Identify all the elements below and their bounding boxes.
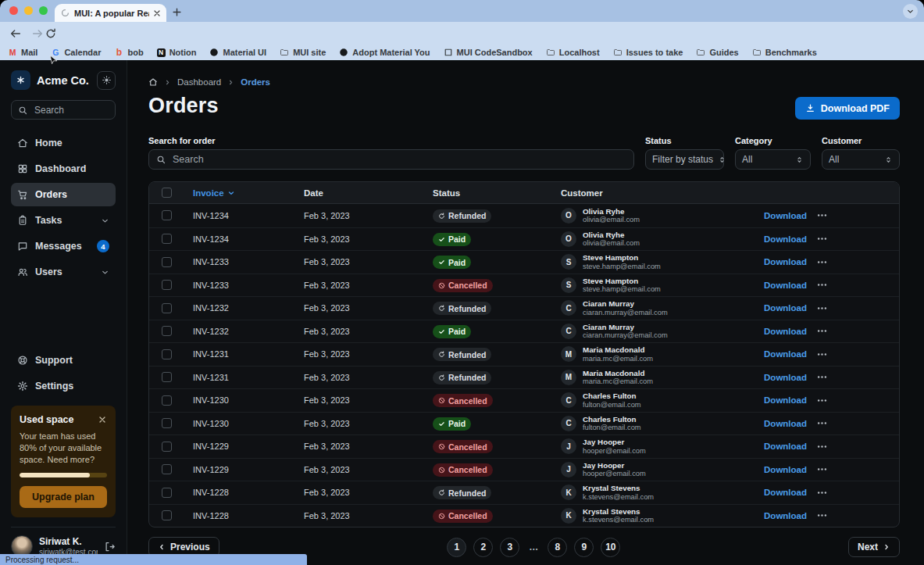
sidebar-item-orders[interactable]: Orders bbox=[11, 183, 116, 206]
row-menu-button[interactable] bbox=[807, 325, 899, 337]
download-link[interactable]: Download bbox=[755, 349, 807, 359]
bookmark-mui-codesandbox[interactable]: MUI CodeSandbox bbox=[444, 48, 533, 57]
order-search-input[interactable] bbox=[171, 153, 626, 166]
bookmark-material-ui[interactable]: Material UI bbox=[209, 48, 266, 57]
row-checkbox[interactable] bbox=[162, 234, 172, 244]
row-checkbox[interactable] bbox=[162, 488, 172, 498]
reload-icon[interactable] bbox=[45, 27, 57, 40]
sidebar-item-support[interactable]: Support bbox=[11, 349, 116, 372]
download-link[interactable]: Download bbox=[755, 465, 807, 474]
bookmark-mail[interactable]: MMail bbox=[8, 48, 37, 57]
bookmark-benchmarks[interactable]: Benchmarks bbox=[752, 48, 817, 57]
bookmark-bob[interactable]: bbob bbox=[114, 48, 143, 57]
page-button-3[interactable]: 3 bbox=[500, 538, 519, 557]
select-all-checkbox[interactable] bbox=[162, 188, 172, 198]
row-checkbox[interactable] bbox=[162, 510, 172, 520]
download-link[interactable]: Download bbox=[755, 303, 807, 313]
bookmark-notion[interactable]: NNotion bbox=[157, 48, 197, 57]
row-menu-button[interactable] bbox=[807, 233, 899, 245]
category-filter-select[interactable]: All bbox=[735, 149, 811, 170]
row-checkbox[interactable] bbox=[162, 257, 172, 267]
sidebar-item-home[interactable]: Home bbox=[11, 131, 116, 155]
row-menu-button[interactable] bbox=[807, 463, 899, 475]
sidebar-search-input[interactable] bbox=[33, 104, 109, 116]
download-link[interactable]: Download bbox=[755, 373, 807, 382]
download-link[interactable]: Download bbox=[755, 257, 807, 266]
column-header-status[interactable]: Status bbox=[425, 188, 553, 198]
row-menu-button[interactable] bbox=[807, 279, 899, 291]
row-checkbox[interactable] bbox=[162, 418, 172, 428]
download-link[interactable]: Download bbox=[755, 442, 807, 451]
new-tab-button[interactable] bbox=[171, 6, 183, 18]
sidebar-item-tasks[interactable]: Tasks bbox=[11, 209, 116, 232]
row-menu-button[interactable] bbox=[807, 441, 899, 452]
bookmark-adopt-material-you[interactable]: Adopt Material You bbox=[339, 48, 430, 57]
row-checkbox[interactable] bbox=[162, 349, 172, 359]
row-checkbox[interactable] bbox=[162, 280, 172, 290]
tab-close-icon[interactable] bbox=[152, 9, 162, 18]
page-button-9[interactable]: 9 bbox=[574, 538, 594, 557]
back-icon[interactable] bbox=[9, 27, 22, 40]
close-icon[interactable] bbox=[98, 415, 107, 424]
sidebar-item-messages[interactable]: Messages4 bbox=[11, 234, 116, 258]
download-link[interactable]: Download bbox=[755, 211, 807, 220]
download-link[interactable]: Download bbox=[755, 511, 807, 520]
logout-icon[interactable] bbox=[104, 541, 116, 552]
download-link[interactable]: Download bbox=[755, 281, 807, 290]
breadcrumb-orders[interactable]: Orders bbox=[241, 77, 270, 87]
sidebar-search[interactable] bbox=[11, 100, 116, 120]
status-filter-select[interactable]: Filter by status bbox=[645, 149, 724, 170]
bookmark-calendar[interactable]: GCalendar bbox=[51, 48, 101, 57]
download-link[interactable]: Download bbox=[755, 419, 807, 428]
customer-filter-select[interactable]: All bbox=[822, 149, 900, 170]
download-pdf-button[interactable]: Download PDF bbox=[795, 97, 900, 120]
download-link[interactable]: Download bbox=[755, 395, 807, 405]
minimize-window-button[interactable] bbox=[24, 6, 33, 15]
download-link[interactable]: Download bbox=[755, 488, 807, 497]
forward-icon[interactable] bbox=[31, 27, 44, 40]
row-menu-button[interactable] bbox=[807, 395, 899, 406]
download-link[interactable]: Download bbox=[755, 327, 807, 336]
row-checkbox[interactable] bbox=[162, 210, 172, 220]
bookmark-localhost[interactable]: Localhost bbox=[546, 48, 600, 57]
column-header-invoice[interactable]: Invoice bbox=[185, 188, 296, 198]
row-checkbox[interactable] bbox=[162, 464, 172, 474]
download-link[interactable]: Download bbox=[755, 234, 807, 244]
row-checkbox[interactable] bbox=[162, 303, 172, 313]
sidebar-item-dashboard[interactable]: Dashboard bbox=[11, 157, 116, 181]
tab-search-chevron-icon[interactable] bbox=[903, 4, 918, 19]
color-mode-toggle[interactable] bbox=[97, 71, 116, 90]
row-menu-button[interactable] bbox=[807, 487, 899, 499]
page-button-10[interactable]: 10 bbox=[601, 538, 620, 557]
row-menu-button[interactable] bbox=[807, 209, 899, 221]
sidebar-item-users[interactable]: Users bbox=[11, 260, 116, 284]
close-window-button[interactable] bbox=[9, 6, 18, 15]
row-menu-button[interactable] bbox=[807, 417, 899, 429]
page-button-2[interactable]: 2 bbox=[473, 538, 493, 557]
row-menu-button[interactable] bbox=[807, 256, 899, 268]
row-checkbox[interactable] bbox=[162, 442, 172, 452]
home-breadcrumb-icon[interactable] bbox=[148, 77, 158, 87]
bookmark-mui-site[interactable]: MUI site bbox=[280, 48, 326, 57]
breadcrumb-dashboard[interactable]: Dashboard bbox=[177, 77, 221, 87]
page-button-8[interactable]: 8 bbox=[548, 538, 567, 557]
browser-tab[interactable]: MUI: A popular React UI fram bbox=[55, 4, 166, 22]
column-header-date[interactable]: Date bbox=[296, 188, 425, 198]
row-menu-button[interactable] bbox=[807, 302, 899, 314]
row-checkbox[interactable] bbox=[162, 326, 172, 336]
bookmark-guides[interactable]: Guides bbox=[696, 48, 738, 57]
row-menu-button[interactable] bbox=[807, 510, 899, 521]
row-checkbox[interactable] bbox=[162, 372, 172, 382]
zoom-window-button[interactable] bbox=[39, 6, 48, 15]
order-search[interactable] bbox=[148, 149, 634, 170]
sidebar-item-settings[interactable]: Settings bbox=[11, 374, 116, 398]
row-menu-button[interactable] bbox=[807, 349, 899, 360]
row-checkbox[interactable] bbox=[162, 395, 172, 406]
next-page-button[interactable]: Next bbox=[848, 537, 900, 557]
column-header-customer[interactable]: Customer bbox=[553, 188, 755, 198]
upgrade-plan-button[interactable]: Upgrade plan bbox=[20, 486, 107, 508]
row-menu-button[interactable] bbox=[807, 371, 899, 383]
window-controls[interactable] bbox=[9, 6, 48, 15]
bookmark-issues-to-take[interactable]: Issues to take bbox=[613, 48, 683, 57]
page-button-1[interactable]: 1 bbox=[447, 538, 466, 557]
